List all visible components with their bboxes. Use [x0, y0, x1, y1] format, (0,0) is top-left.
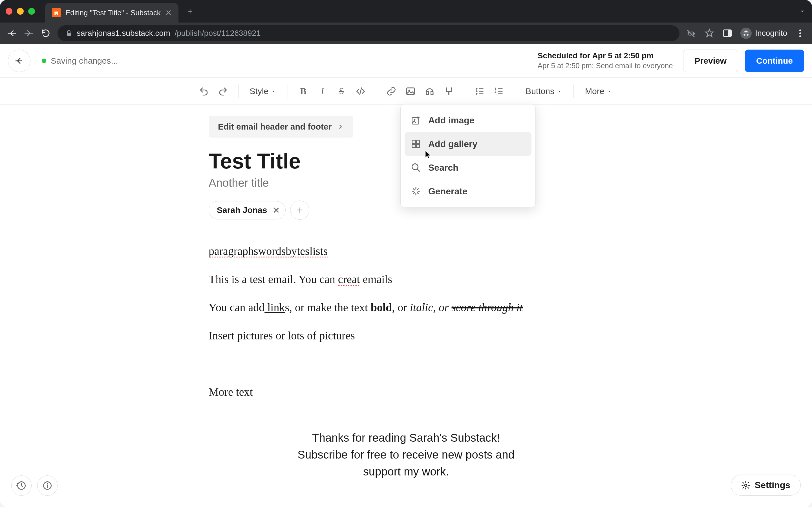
svg-rect-1 [728, 30, 731, 37]
chevron-right-icon [337, 123, 344, 130]
search-icon [410, 162, 421, 173]
settings-button[interactable]: Settings [731, 474, 801, 496]
tab-strip: Editing "Test Title" - Substack ✕ + [0, 0, 812, 22]
svg-point-3 [799, 33, 801, 34]
gallery-icon [410, 138, 421, 150]
content-editor[interactable]: paragraphswordsbyteslists This is a test… [209, 242, 603, 401]
search-label: Search [428, 163, 458, 173]
svg-rect-16 [416, 140, 420, 144]
app-header: Saving changes... Scheduled for Apr 5 at… [0, 44, 812, 78]
generate-label: Generate [428, 186, 467, 196]
svg-point-23 [745, 484, 747, 487]
undo-button[interactable] [195, 83, 212, 100]
lock-icon [65, 30, 72, 37]
svg-point-14 [414, 119, 416, 121]
bullet-list-button[interactable] [471, 83, 488, 100]
more-dropdown[interactable]: More [580, 83, 617, 100]
tab-title: Editing "Test Title" - Substack [65, 8, 161, 17]
svg-point-22 [47, 483, 48, 485]
incognito-icon [741, 27, 752, 39]
svg-rect-5 [407, 88, 414, 95]
add-image-item[interactable]: Add image [405, 108, 531, 132]
svg-rect-17 [412, 145, 416, 148]
svg-rect-15 [412, 140, 416, 144]
save-status: Saving changes... [42, 56, 118, 66]
svg-point-9 [476, 93, 477, 95]
save-status-dot-icon [42, 59, 46, 63]
strikethrough-button[interactable]: S [333, 83, 350, 100]
redo-button[interactable] [214, 83, 232, 100]
generate-item[interactable]: Generate [405, 179, 531, 203]
remove-author-button[interactable]: ✕ [273, 205, 280, 215]
svg-point-2 [799, 30, 801, 31]
substack-favicon-icon [52, 8, 61, 17]
search-item[interactable]: Search [405, 156, 531, 179]
image-dropdown-menu: Add image Add gallery Search Generate [400, 104, 536, 207]
schedule-title: Scheduled for Apr 5 at 2:50 pm [538, 51, 673, 60]
close-window-button[interactable] [6, 8, 12, 15]
tab-overflow-icon[interactable] [799, 7, 806, 15]
browser-window: Editing "Test Title" - Substack ✕ + sara… [0, 0, 812, 507]
svg-point-4 [799, 36, 801, 37]
incognito-badge[interactable]: Incognito [741, 27, 787, 39]
thanks-line-1: Thanks for reading Sarah's Substack! [209, 429, 603, 446]
panel-icon[interactable] [722, 28, 732, 38]
new-tab-button[interactable]: + [188, 6, 193, 17]
nav-back-button[interactable] [7, 28, 17, 38]
incognito-label: Incognito [755, 29, 787, 38]
author-name: Sarah Jonas [217, 205, 267, 215]
bold-button[interactable]: B [295, 83, 312, 100]
eye-off-icon[interactable] [686, 28, 696, 38]
browser-tab[interactable]: Editing "Test Title" - Substack ✕ [45, 3, 179, 22]
edit-email-header-label: Edit email header and footer [218, 122, 332, 131]
settings-label: Settings [755, 480, 790, 490]
url-input[interactable]: sarahjonas1.substack.com/publish/post/11… [57, 25, 679, 41]
audio-button[interactable] [421, 83, 438, 100]
thanks-line-3: support my work. [209, 463, 603, 480]
history-button[interactable] [11, 475, 32, 496]
italic-button[interactable]: I [314, 83, 331, 100]
svg-text:3: 3 [495, 92, 497, 96]
thanks-block: Thanks for reading Sarah's Substack! Sub… [209, 429, 603, 480]
buttons-dropdown[interactable]: Buttons [521, 83, 567, 100]
info-button[interactable] [37, 475, 57, 496]
address-bar: sarahjonas1.substack.com/publish/post/11… [0, 22, 812, 44]
save-status-text: Saving changes... [51, 56, 118, 66]
add-gallery-label: Add gallery [428, 139, 477, 149]
style-dropdown[interactable]: Style [245, 83, 281, 100]
add-image-label: Add image [428, 115, 474, 126]
add-image-icon [410, 115, 421, 126]
url-host: sarahjonas1.substack.com [77, 29, 170, 38]
paragraph-3: You can add links, or make the text bold… [209, 298, 603, 317]
image-button[interactable] [402, 83, 419, 100]
author-chip[interactable]: Sarah Jonas ✕ [209, 201, 286, 219]
numbered-list-button[interactable]: 123 [490, 83, 507, 100]
svg-point-8 [476, 91, 477, 92]
paragraph-1: paragraphswordsbyteslists [209, 245, 327, 258]
bottom-left-controls [11, 475, 57, 496]
link-button[interactable] [383, 83, 400, 100]
chevron-down-icon [557, 89, 562, 94]
reload-button[interactable] [41, 28, 51, 38]
maximize-window-button[interactable] [28, 8, 35, 15]
edit-email-header-button[interactable]: Edit email header and footer [209, 116, 353, 137]
code-button[interactable] [352, 83, 369, 100]
embed-button[interactable] [441, 83, 457, 100]
kebab-menu-icon[interactable] [795, 28, 805, 38]
continue-button[interactable]: Continue [745, 50, 804, 72]
close-tab-button[interactable]: ✕ [165, 8, 172, 17]
nav-forward-button[interactable] [24, 28, 34, 38]
preview-button[interactable]: Preview [683, 50, 738, 72]
bookmark-star-icon[interactable] [704, 28, 714, 38]
minimize-window-button[interactable] [17, 8, 24, 15]
add-author-button[interactable]: + [290, 201, 309, 220]
paragraph-2: This is a test email. You can creat emai… [209, 270, 603, 288]
add-gallery-item[interactable]: Add gallery [405, 132, 531, 156]
schedule-info: Scheduled for Apr 5 at 2:50 pm Apr 5 at … [538, 51, 673, 70]
editor-toolbar: Style B I S 123 Buttons More [0, 78, 812, 105]
thanks-line-2: Subscribe for free to receive new posts … [209, 446, 603, 463]
paragraph-5: More text [209, 383, 603, 401]
buttons-label: Buttons [525, 87, 554, 96]
sparkle-icon [410, 186, 421, 197]
editor-back-button[interactable] [8, 50, 31, 72]
